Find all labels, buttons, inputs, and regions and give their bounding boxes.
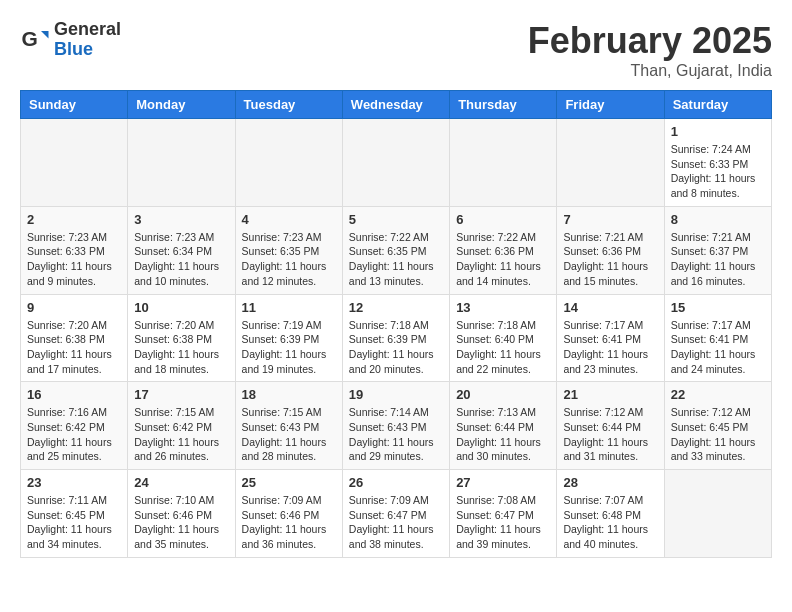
calendar-cell: 5Sunrise: 7:22 AM Sunset: 6:35 PM Daylig… xyxy=(342,206,449,294)
day-info: Sunrise: 7:14 AM Sunset: 6:43 PM Dayligh… xyxy=(349,405,443,464)
day-info: Sunrise: 7:15 AM Sunset: 6:43 PM Dayligh… xyxy=(242,405,336,464)
weekday-header: Thursday xyxy=(450,91,557,119)
calendar-cell: 8Sunrise: 7:21 AM Sunset: 6:37 PM Daylig… xyxy=(664,206,771,294)
calendar-cell: 24Sunrise: 7:10 AM Sunset: 6:46 PM Dayli… xyxy=(128,470,235,558)
calendar-cell xyxy=(664,470,771,558)
weekday-header: Sunday xyxy=(21,91,128,119)
day-number: 27 xyxy=(456,475,550,490)
day-info: Sunrise: 7:09 AM Sunset: 6:47 PM Dayligh… xyxy=(349,493,443,552)
weekday-header: Saturday xyxy=(664,91,771,119)
month-title: February 2025 xyxy=(528,20,772,62)
day-number: 10 xyxy=(134,300,228,315)
day-number: 5 xyxy=(349,212,443,227)
day-info: Sunrise: 7:22 AM Sunset: 6:36 PM Dayligh… xyxy=(456,230,550,289)
calendar-cell: 13Sunrise: 7:18 AM Sunset: 6:40 PM Dayli… xyxy=(450,294,557,382)
day-number: 24 xyxy=(134,475,228,490)
calendar-cell xyxy=(342,119,449,207)
calendar-cell: 1Sunrise: 7:24 AM Sunset: 6:33 PM Daylig… xyxy=(664,119,771,207)
day-info: Sunrise: 7:11 AM Sunset: 6:45 PM Dayligh… xyxy=(27,493,121,552)
svg-marker-1 xyxy=(41,31,49,39)
weekday-header: Tuesday xyxy=(235,91,342,119)
day-info: Sunrise: 7:07 AM Sunset: 6:48 PM Dayligh… xyxy=(563,493,657,552)
calendar-cell xyxy=(128,119,235,207)
calendar-cell xyxy=(21,119,128,207)
calendar-cell: 11Sunrise: 7:19 AM Sunset: 6:39 PM Dayli… xyxy=(235,294,342,382)
day-number: 28 xyxy=(563,475,657,490)
day-number: 21 xyxy=(563,387,657,402)
day-info: Sunrise: 7:19 AM Sunset: 6:39 PM Dayligh… xyxy=(242,318,336,377)
day-info: Sunrise: 7:18 AM Sunset: 6:40 PM Dayligh… xyxy=(456,318,550,377)
weekday-header: Wednesday xyxy=(342,91,449,119)
calendar-week-row: 1Sunrise: 7:24 AM Sunset: 6:33 PM Daylig… xyxy=(21,119,772,207)
calendar-cell: 22Sunrise: 7:12 AM Sunset: 6:45 PM Dayli… xyxy=(664,382,771,470)
day-number: 8 xyxy=(671,212,765,227)
day-number: 25 xyxy=(242,475,336,490)
calendar-week-row: 16Sunrise: 7:16 AM Sunset: 6:42 PM Dayli… xyxy=(21,382,772,470)
day-number: 4 xyxy=(242,212,336,227)
day-info: Sunrise: 7:24 AM Sunset: 6:33 PM Dayligh… xyxy=(671,142,765,201)
calendar-cell: 7Sunrise: 7:21 AM Sunset: 6:36 PM Daylig… xyxy=(557,206,664,294)
day-number: 17 xyxy=(134,387,228,402)
calendar-cell: 6Sunrise: 7:22 AM Sunset: 6:36 PM Daylig… xyxy=(450,206,557,294)
location-text: Than, Gujarat, India xyxy=(528,62,772,80)
day-number: 1 xyxy=(671,124,765,139)
day-number: 14 xyxy=(563,300,657,315)
calendar-cell: 3Sunrise: 7:23 AM Sunset: 6:34 PM Daylig… xyxy=(128,206,235,294)
day-number: 23 xyxy=(27,475,121,490)
day-number: 13 xyxy=(456,300,550,315)
calendar-cell xyxy=(235,119,342,207)
calendar-week-row: 9Sunrise: 7:20 AM Sunset: 6:38 PM Daylig… xyxy=(21,294,772,382)
day-number: 19 xyxy=(349,387,443,402)
calendar-cell: 23Sunrise: 7:11 AM Sunset: 6:45 PM Dayli… xyxy=(21,470,128,558)
calendar-week-row: 2Sunrise: 7:23 AM Sunset: 6:33 PM Daylig… xyxy=(21,206,772,294)
day-info: Sunrise: 7:16 AM Sunset: 6:42 PM Dayligh… xyxy=(27,405,121,464)
day-number: 26 xyxy=(349,475,443,490)
logo-general-text: General xyxy=(54,20,121,40)
day-number: 2 xyxy=(27,212,121,227)
day-info: Sunrise: 7:08 AM Sunset: 6:47 PM Dayligh… xyxy=(456,493,550,552)
day-info: Sunrise: 7:20 AM Sunset: 6:38 PM Dayligh… xyxy=(134,318,228,377)
day-info: Sunrise: 7:12 AM Sunset: 6:44 PM Dayligh… xyxy=(563,405,657,464)
day-info: Sunrise: 7:18 AM Sunset: 6:39 PM Dayligh… xyxy=(349,318,443,377)
day-info: Sunrise: 7:21 AM Sunset: 6:37 PM Dayligh… xyxy=(671,230,765,289)
calendar-week-row: 23Sunrise: 7:11 AM Sunset: 6:45 PM Dayli… xyxy=(21,470,772,558)
day-info: Sunrise: 7:13 AM Sunset: 6:44 PM Dayligh… xyxy=(456,405,550,464)
day-number: 6 xyxy=(456,212,550,227)
day-info: Sunrise: 7:15 AM Sunset: 6:42 PM Dayligh… xyxy=(134,405,228,464)
day-number: 16 xyxy=(27,387,121,402)
day-info: Sunrise: 7:12 AM Sunset: 6:45 PM Dayligh… xyxy=(671,405,765,464)
day-info: Sunrise: 7:10 AM Sunset: 6:46 PM Dayligh… xyxy=(134,493,228,552)
day-info: Sunrise: 7:17 AM Sunset: 6:41 PM Dayligh… xyxy=(671,318,765,377)
day-info: Sunrise: 7:23 AM Sunset: 6:35 PM Dayligh… xyxy=(242,230,336,289)
weekday-header: Friday xyxy=(557,91,664,119)
day-number: 7 xyxy=(563,212,657,227)
calendar-cell: 26Sunrise: 7:09 AM Sunset: 6:47 PM Dayli… xyxy=(342,470,449,558)
day-number: 18 xyxy=(242,387,336,402)
logo-blue-text: Blue xyxy=(54,40,121,60)
day-number: 11 xyxy=(242,300,336,315)
day-number: 12 xyxy=(349,300,443,315)
calendar-cell xyxy=(557,119,664,207)
day-info: Sunrise: 7:22 AM Sunset: 6:35 PM Dayligh… xyxy=(349,230,443,289)
title-block: February 2025 Than, Gujarat, India xyxy=(528,20,772,80)
calendar-cell: 27Sunrise: 7:08 AM Sunset: 6:47 PM Dayli… xyxy=(450,470,557,558)
day-info: Sunrise: 7:21 AM Sunset: 6:36 PM Dayligh… xyxy=(563,230,657,289)
day-number: 20 xyxy=(456,387,550,402)
calendar-cell: 20Sunrise: 7:13 AM Sunset: 6:44 PM Dayli… xyxy=(450,382,557,470)
calendar-cell: 19Sunrise: 7:14 AM Sunset: 6:43 PM Dayli… xyxy=(342,382,449,470)
calendar-cell: 28Sunrise: 7:07 AM Sunset: 6:48 PM Dayli… xyxy=(557,470,664,558)
calendar-cell: 2Sunrise: 7:23 AM Sunset: 6:33 PM Daylig… xyxy=(21,206,128,294)
calendar-cell: 17Sunrise: 7:15 AM Sunset: 6:42 PM Dayli… xyxy=(128,382,235,470)
day-number: 9 xyxy=(27,300,121,315)
calendar-table: SundayMondayTuesdayWednesdayThursdayFrid… xyxy=(20,90,772,558)
page-header: G General Blue February 2025 Than, Gujar… xyxy=(20,20,772,80)
calendar-cell: 21Sunrise: 7:12 AM Sunset: 6:44 PM Dayli… xyxy=(557,382,664,470)
logo-icon: G xyxy=(20,25,50,55)
calendar-cell: 18Sunrise: 7:15 AM Sunset: 6:43 PM Dayli… xyxy=(235,382,342,470)
calendar-cell: 25Sunrise: 7:09 AM Sunset: 6:46 PM Dayli… xyxy=(235,470,342,558)
day-number: 15 xyxy=(671,300,765,315)
calendar-cell: 14Sunrise: 7:17 AM Sunset: 6:41 PM Dayli… xyxy=(557,294,664,382)
day-number: 22 xyxy=(671,387,765,402)
svg-text:G: G xyxy=(22,27,38,50)
calendar-cell: 9Sunrise: 7:20 AM Sunset: 6:38 PM Daylig… xyxy=(21,294,128,382)
